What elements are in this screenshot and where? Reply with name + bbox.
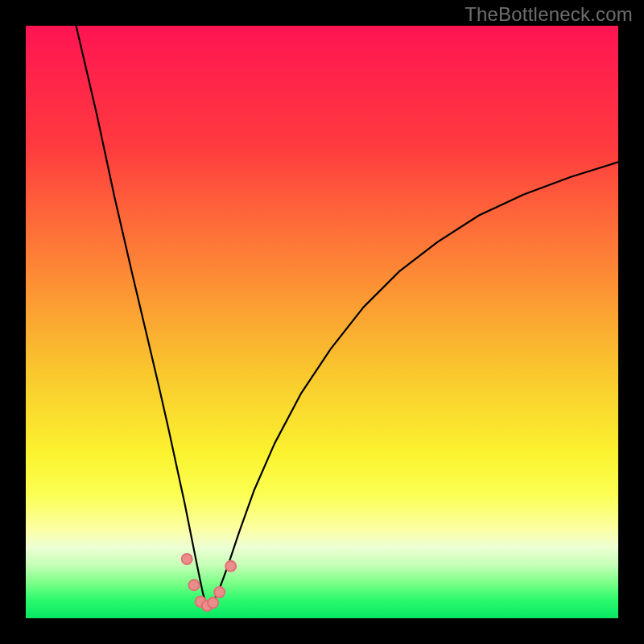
curve-marker [189, 580, 200, 590]
curve-marker [182, 554, 192, 564]
curve-marker [214, 587, 225, 597]
watermark-text: TheBottleneck.com [464, 3, 633, 26]
chart-frame: TheBottleneck.com [0, 0, 644, 644]
curve-marker [225, 561, 236, 572]
plot-area [26, 26, 618, 618]
curve-marker [208, 597, 218, 608]
gradient-background [26, 26, 618, 618]
bottleneck-chart [26, 26, 618, 618]
